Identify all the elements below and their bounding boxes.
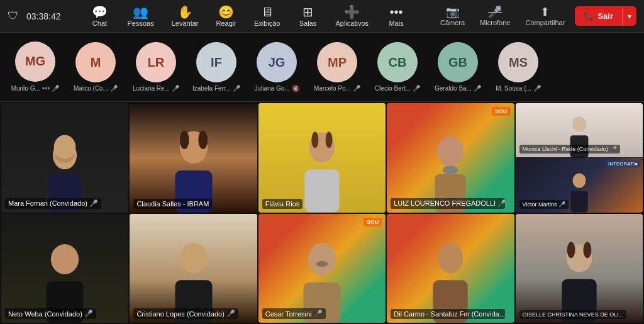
end-call-main[interactable]: 📞 Sair [575,6,622,26]
levantar-button[interactable]: ✋ Levantar [165,3,205,30]
camera-label: Câmera [440,19,465,26]
end-call-dropdown[interactable]: ▾ [622,7,636,26]
victor-label: Victor Martins 🎤 [519,200,569,209]
svg-point-6 [179,131,189,149]
salas-button[interactable]: ⊞ Salas [291,3,324,30]
exibicao-icon: 🖥 [261,6,274,18]
aplicativos-icon: ➕ [344,6,360,18]
svg-point-39 [583,242,591,258]
avatar-item-4[interactable]: JGJuliana Go...🔇 [249,42,304,92]
salas-label: Salas [299,20,317,27]
giselle-name: GISELLE CHRISTINA NEVES DE OLI... [523,311,624,318]
compartilhar-icon: ⬆ [540,6,550,18]
video-cell-luiz[interactable]: SOU LUIZ LOURENCO FREGADOLLI 🎤 [387,103,514,213]
reagir-button[interactable]: 😊 Reagir [209,3,242,30]
reagir-icon: 😊 [218,6,234,18]
avatar-circle: CB [377,42,418,82]
exibicao-button[interactable]: 🖥 Exibição [248,3,287,30]
avatar-mic-icon: 🔇 [292,85,299,92]
cesar-label: Cesar Torresini 🎤 [262,308,326,319]
video-cell-dil[interactable]: Dil Carmo - Santaluz Fm (Convida... [387,214,514,323]
monica-label: Monica Llscht - Rede (Convidado) 🎤 [519,145,620,154]
avatar-circle: M [75,42,116,82]
avatar-item-3[interactable]: IFIzabela Ferr...🎤 [189,42,244,92]
avatar-name: Murilo G...•••🎤 [11,84,60,93]
video-cell-mara[interactable]: Mara Fornari (Convidado) 🎤 [1,103,128,213]
compartilhar-button[interactable]: ⬆ Compartilhar [520,4,570,29]
microfone-button[interactable]: 🎤 Microfone [475,4,515,29]
avatar-mic-icon: 🎤 [413,85,420,92]
svg-point-31 [316,260,328,266]
luiz-label: LUIZ LOURENCO FREGADOLLI 🎤 [391,198,505,209]
integratio-badge: INTEGRATI● [606,160,640,167]
avatar-item-5[interactable]: MPMarcelo Po...🎤 [309,42,365,92]
avatar-dots[interactable]: ••• [42,84,50,93]
pessoas-icon: 👥 [133,6,148,18]
top-left: 🛡 03:38:42 [8,9,61,23]
video-cell-cristiano[interactable]: Cristiano Lopes (Convidado) 🎤 [130,214,257,323]
svg-point-11 [311,131,318,148]
microfone-label: Microfone [480,19,510,26]
video-cell-flavia[interactable]: Flávia Rios [258,103,386,213]
dil-name: Dil Carmo - Santaluz Fm (Convida... [394,310,505,318]
avatar-circle: MP [317,42,357,82]
video-cell-cesar[interactable]: SOU Cesar Torresini 🎤 [258,214,386,323]
toolbar: 💬 Chat 👥 Pessoas ✋ Levantar 😊 Reagir 🖥 E… [83,3,413,30]
victor-name: Victor Martins [523,201,557,208]
svg-point-2 [54,135,76,159]
phone-icon: 📞 [584,11,594,21]
levantar-icon: ✋ [177,6,193,18]
svg-point-16 [443,165,458,174]
svg-point-12 [326,131,333,148]
avatar-mic-icon: 🎤 [353,85,360,92]
neto-mic: 🎤 [84,310,93,318]
avatar-item-6[interactable]: CBClecio Bert...🎤 [370,42,425,92]
avatar-item-2[interactable]: LRLuciana Re...🎤 [128,42,184,92]
cesar-mic: 🎤 [314,310,323,318]
camera-button[interactable]: 📷 Câmera [435,4,470,29]
video-cell-giselle[interactable]: GISELLE CHRISTINA NEVES DE OLI... [516,214,643,323]
avatar-item-7[interactable]: GBGeraldo Ba...🎤 [430,42,486,92]
neto-name: Neto Weba (Convidado) [8,310,82,318]
mais-label: Mais [389,20,403,27]
mais-button[interactable]: ••• Mais [380,3,413,30]
svg-point-24 [53,245,77,265]
flavia-label: Flávia Rios [262,199,303,209]
chat-button[interactable]: 💬 Chat [83,3,116,30]
svg-point-27 [182,244,205,265]
camera-icon: 📷 [446,6,460,18]
aplicativos-label: Aplicativos [335,20,369,27]
exibicao-label: Exibição [254,20,280,27]
avatar-name: Izabela Ferr...🎤 [192,85,240,92]
avatar-item-0[interactable]: MGMurilo G...•••🎤 [8,42,63,93]
video-cell-victor[interactable]: INTEGRATI● Victor Martins 🎤 [516,158,643,212]
svg-point-19 [574,119,585,129]
avatar-name: Juliana Go...🔇 [254,85,299,92]
video-cell-monica[interactable]: Monica Llscht - Rede (Convidado) 🎤 [516,103,643,157]
avatar-mic-icon: 🎤 [52,85,59,92]
aplicativos-button[interactable]: ➕ Aplicativos [329,3,375,30]
salas-icon: ⊞ [303,6,313,18]
mais-icon: ••• [390,6,403,18]
neto-label: Neto Weba (Convidado) 🎤 [5,308,96,319]
svg-point-15 [440,142,462,160]
compartilhar-label: Compartilhar [525,19,565,26]
microfone-icon: 🎤 [488,6,502,18]
end-call-button[interactable]: 📞 Sair ▾ [575,6,636,26]
avatar-circle: GB [438,42,478,82]
video-cell-right-col: Monica Llscht - Rede (Convidado) 🎤 INTEG… [516,103,643,213]
giselle-label: GISELLE CHRISTINA NEVES DE OLI... [519,310,627,319]
mara-name: Mara Fornari (Convidado) [8,199,87,207]
avatar-item-1[interactable]: MMarco (Co...🎤 [68,42,123,92]
sou-badge-cesar: SOU [364,218,382,226]
svg-rect-13 [304,169,339,212]
sou-badge-luiz: SOU [492,107,511,116]
top-right-controls: 📷 Câmera 🎤 Microfone ⬆ Compartilhar 📞 Sa… [435,4,636,29]
video-cell-neto[interactable]: Neto Weba (Convidado) 🎤 [1,214,128,323]
video-cell-claudia[interactable]: Claudia Salles - IBRAM [130,103,257,213]
avatar-name: Marcelo Po...🎤 [314,85,360,92]
avatar-item-8[interactable]: MSM. Sousa (...🎤 [491,42,546,92]
levantar-label: Levantar [172,20,199,27]
pessoas-button[interactable]: 👥 Pessoas [121,3,160,30]
monica-mic: 🎤 [610,146,617,152]
